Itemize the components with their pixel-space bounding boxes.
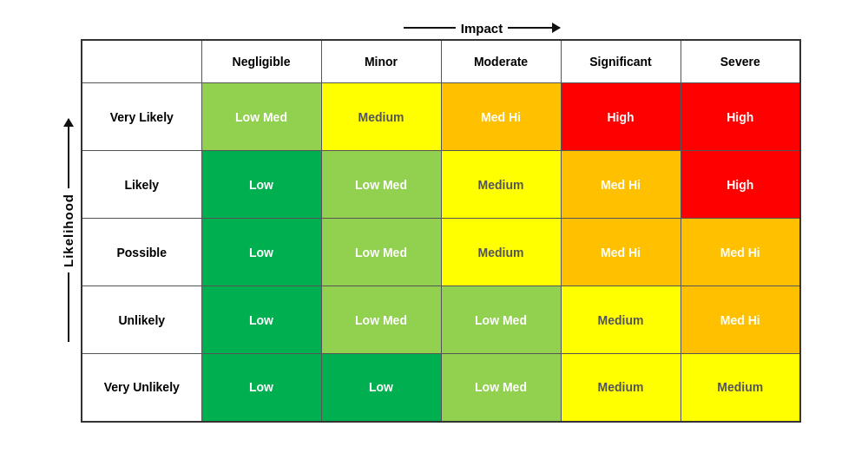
risk-cell: Low Med — [441, 286, 561, 354]
risk-cell: High — [561, 83, 681, 151]
col-header-significant: Significant — [561, 40, 681, 83]
table-row: UnlikelyLowLow MedLow MedMediumMed Hi — [82, 286, 800, 354]
risk-cell: Medium — [561, 286, 681, 354]
risk-cell: Medium — [681, 354, 800, 422]
risk-cell: Low Med — [321, 286, 441, 354]
risk-cell: Low — [321, 354, 441, 422]
table-row: LikelyLowLow MedMediumMed HiHigh — [82, 151, 800, 219]
risk-cell: Medium — [321, 83, 441, 151]
table-row: Very LikelyLow MedMediumMed HiHighHigh — [82, 83, 800, 151]
risk-matrix-table: Negligible Minor Moderate Significant Se… — [81, 39, 801, 423]
risk-cell: Low — [201, 151, 321, 219]
table-row: PossibleLowLow MedMediumMed HiMed Hi — [82, 219, 800, 286]
impact-arrow: Impact — [404, 21, 560, 36]
risk-cell: Low Med — [441, 354, 561, 422]
likelihood-label: Likelihood — [61, 194, 76, 267]
row-header-possible: Possible — [82, 219, 201, 286]
risk-cell: High — [681, 151, 800, 219]
col-header-severe: Severe — [681, 40, 800, 83]
risk-cell: High — [681, 83, 800, 151]
risk-cell: Med Hi — [561, 219, 681, 286]
risk-cell: Med Hi — [441, 83, 561, 151]
main-layout: Likelihood Negligible Minor Moderate Sig… — [61, 39, 807, 423]
likelihood-arrow — [68, 119, 69, 188]
risk-cell: Low — [201, 219, 321, 286]
row-header-very-likely: Very Likely — [82, 83, 201, 151]
risk-matrix-container: Impact Likelihood Negligible Minor Moder… — [61, 21, 807, 446]
impact-label: Impact — [461, 21, 503, 36]
impact-label-row: Impact — [61, 21, 807, 36]
likelihood-label-wrapper: Likelihood — [61, 53, 76, 409]
row-header-likely: Likely — [82, 151, 201, 219]
risk-cell: Low Med — [201, 83, 321, 151]
risk-cell: Medium — [441, 151, 561, 219]
risk-cell: Med Hi — [561, 151, 681, 219]
col-header-moderate: Moderate — [441, 40, 561, 83]
corner-header — [82, 40, 201, 83]
risk-cell: Low — [201, 286, 321, 354]
risk-cell: Medium — [561, 354, 681, 422]
row-header-very-unlikely: Very Unlikely — [82, 354, 201, 422]
table-row: Very UnlikelyLowLowLow MedMediumMedium — [82, 354, 800, 422]
risk-cell: Low Med — [321, 151, 441, 219]
risk-cell: Low — [201, 354, 321, 422]
risk-cell: Low Med — [321, 219, 441, 286]
risk-cell: Med Hi — [681, 286, 800, 354]
col-header-minor: Minor — [321, 40, 441, 83]
col-header-negligible: Negligible — [201, 40, 321, 83]
row-header-unlikely: Unlikely — [82, 286, 201, 354]
risk-cell: Medium — [441, 219, 561, 286]
risk-cell: Med Hi — [681, 219, 800, 286]
